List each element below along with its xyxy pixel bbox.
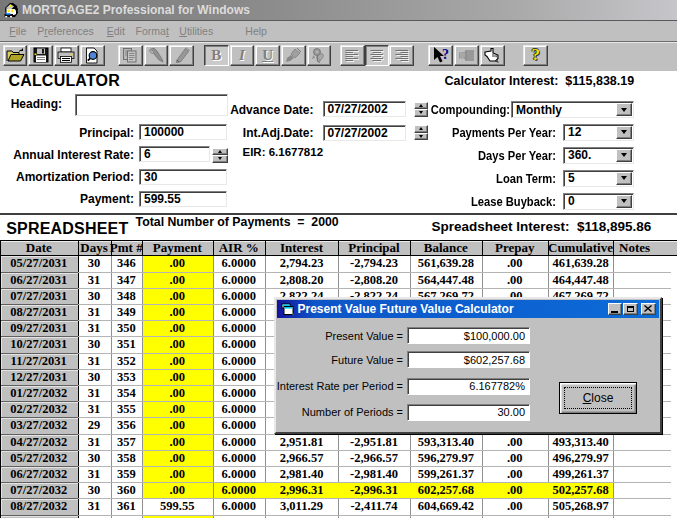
svg-text:?: ? xyxy=(442,47,449,62)
